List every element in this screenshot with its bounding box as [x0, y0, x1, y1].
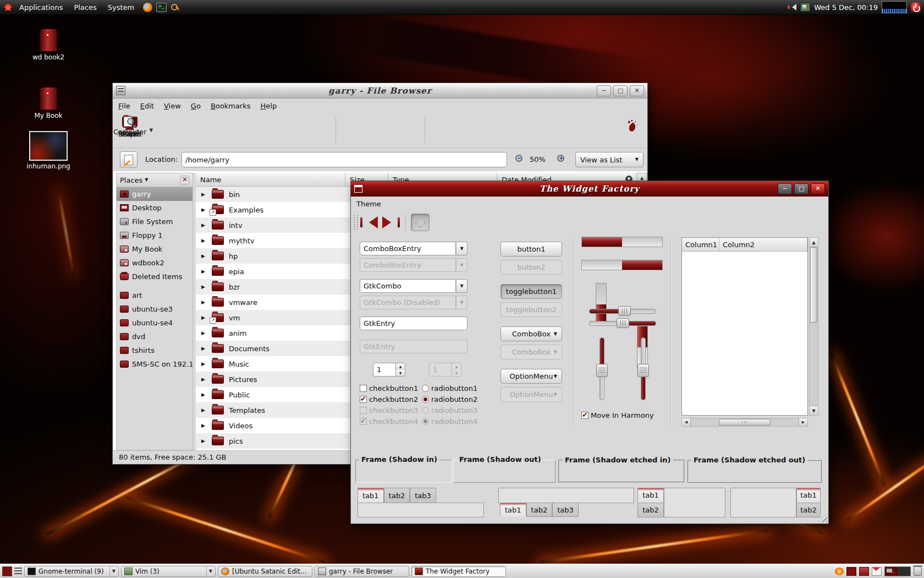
checkbox[interactable]	[360, 385, 367, 392]
taskbar-group-dropdown-icon[interactable]: ▼	[206, 566, 212, 576]
notebook-tab[interactable]: tab1	[637, 488, 664, 503]
maximize-button[interactable]: □	[613, 85, 628, 96]
sidebar-place-item[interactable]: ubuntu-se4	[117, 316, 193, 330]
minimize-button[interactable]: −	[597, 85, 611, 96]
tree-column-header-1[interactable]: Column1	[682, 238, 719, 251]
expander-icon[interactable]: ▶	[201, 269, 207, 274]
tree-horizontal-scrollbar[interactable]: ◀ ▶	[681, 418, 808, 427]
notebook-tab[interactable]: tab2	[526, 503, 553, 517]
system-monitor-applet[interactable]	[882, 1, 907, 13]
menubar-item[interactable]: Bookmarks	[206, 102, 256, 110]
sidebar-place-item[interactable]: Desktop	[117, 201, 193, 215]
menubar-item-theme[interactable]: Theme	[351, 200, 386, 208]
radio-button[interactable]	[422, 396, 429, 403]
desktop-icon-inhuman-png[interactable]: inhuman.png	[25, 131, 72, 170]
gtk-button[interactable]: ComboBox ▼	[501, 345, 562, 359]
combo-entry-text[interactable]: ComboBoxEntry	[360, 242, 456, 255]
trash-icon[interactable]	[914, 566, 922, 576]
toolbar-dropdown-arrow[interactable]: ▼	[150, 128, 153, 133]
toolbar-button[interactable]: Search	[113, 116, 146, 145]
mail-notification-icon[interactable]	[872, 567, 882, 576]
notebook-tab[interactable]: tab3	[410, 488, 436, 503]
scroll-right-icon[interactable]: ▶	[799, 418, 807, 426]
desktop-icon-mybook[interactable]: My Book	[25, 87, 72, 119]
notes-sidebar-button[interactable]	[120, 151, 138, 168]
sidebar-place-item[interactable]: garry	[117, 187, 193, 201]
sidebar-place-item[interactable]: File System	[117, 215, 193, 228]
file-browser-titlebar[interactable]: garry - File Browser − □ ✕	[113, 83, 647, 99]
radio-button[interactable]	[422, 385, 429, 392]
expander-icon[interactable]: ▶	[201, 238, 207, 243]
expander-icon[interactable]: ▶	[201, 315, 207, 320]
sidebar-place-item[interactable]: wdbook2	[117, 256, 193, 270]
sidebar-place-item[interactable]: tshirts	[117, 343, 193, 357]
notification-update-icon[interactable]	[835, 568, 844, 575]
checkbox[interactable]	[581, 412, 588, 419]
workspace-switcher[interactable]	[884, 566, 911, 576]
menu-places[interactable]: Places	[68, 3, 102, 12]
combo-entry-text[interactable]: GtkCombo	[360, 279, 456, 293]
notebook-tab[interactable]: tab3	[552, 503, 579, 517]
notebook-tab[interactable]: tab1	[358, 488, 384, 503]
menubar-item[interactable]: Go	[186, 102, 206, 110]
clock[interactable]: Wed 5 Dec, 00:19	[814, 3, 878, 12]
notebook-tab[interactable]: tab1	[796, 488, 821, 503]
toolbar-drag-handle[interactable]	[354, 215, 358, 230]
expander-icon[interactable]: ▶	[201, 377, 207, 382]
notification-package-icon[interactable]	[859, 567, 869, 576]
gtk-button[interactable]: button2	[501, 260, 562, 275]
checkbox[interactable]	[360, 396, 367, 403]
taskbar-group-dropdown-icon[interactable]: ▼	[109, 566, 116, 576]
gtk-button[interactable]: ComboBox ▼	[501, 326, 562, 341]
notebook-tab[interactable]: tab2	[796, 503, 821, 517]
taskbar-window-button[interactable]: [Ubuntu Satanic Edit...	[218, 566, 312, 577]
chevron-down-icon[interactable]: ▼	[456, 279, 468, 293]
notebook-tab[interactable]: tab2	[384, 488, 410, 503]
expander-icon[interactable]: ▶	[201, 253, 207, 259]
scrollbar-thumb[interactable]	[810, 247, 817, 323]
places-header[interactable]: Places ▼ ✕	[117, 173, 193, 187]
expander-icon[interactable]: ▶	[201, 423, 207, 428]
taskbar-window-button[interactable]: garry - File Browser	[315, 566, 409, 577]
expander-icon[interactable]: ▶	[201, 299, 207, 305]
menu-applications[interactable]: Applications	[14, 3, 68, 12]
show-desktop-icon[interactable]	[2, 566, 12, 576]
taskbar-window-button[interactable]: Vim (3) ▼	[121, 566, 216, 577]
gtk-entry[interactable]: GtkEntry	[360, 317, 468, 330]
expander-icon[interactable]: ▶	[201, 361, 207, 367]
chevron-down-icon[interactable]: ▼	[456, 242, 468, 255]
go-first-icon[interactable]	[360, 216, 378, 229]
workspace-1[interactable]	[885, 567, 898, 576]
menubar-item[interactable]: File	[113, 102, 135, 110]
menu-system[interactable]: System	[102, 3, 140, 12]
gtk-button[interactable]: button1	[501, 242, 562, 257]
sidebar-place-item[interactable]: dvd	[117, 330, 193, 343]
expander-icon[interactable]: ▶	[201, 192, 207, 197]
sidebar-place-item[interactable]: art	[117, 288, 193, 302]
expander-icon[interactable]: ▶	[201, 392, 207, 397]
desktop-icon-wdbook2[interactable]: wd book2	[25, 29, 72, 61]
plus-toolbar-button[interactable]	[411, 214, 430, 231]
scrollbar-thumb[interactable]	[719, 419, 771, 426]
expander-icon[interactable]: ▶	[201, 330, 207, 336]
zoom-in-icon[interactable]	[557, 154, 565, 162]
close-sidebar-icon[interactable]: ✕	[180, 176, 189, 184]
spin-value[interactable]: 1	[373, 363, 396, 377]
location-input[interactable]: /home/garry	[182, 152, 507, 167]
widget-factory-titlebar[interactable]: The Widget Factory − □ ✕	[351, 181, 828, 197]
close-button[interactable]: ✕	[811, 183, 825, 194]
expander-icon[interactable]: ▶	[201, 346, 207, 351]
zoom-out-icon[interactable]	[515, 154, 523, 162]
firefox-launcher-icon[interactable]	[143, 3, 152, 12]
gtk-button[interactable]: OptionMenu ▼	[501, 387, 562, 402]
sidebar-place-item[interactable]: Floppy 1	[117, 228, 193, 242]
power-icon[interactable]	[911, 2, 921, 12]
radio-button[interactable]	[422, 407, 429, 414]
spin-button[interactable]: 1 ▲▼	[373, 363, 405, 377]
keyring-launcher-icon[interactable]	[170, 3, 179, 12]
menubar-item[interactable]: Edit	[135, 102, 159, 110]
scroll-left-icon[interactable]: ◀	[682, 418, 691, 426]
gtk-button[interactable]: OptionMenu ▼	[501, 369, 562, 384]
column-header-name[interactable]: Name	[196, 173, 345, 186]
expander-icon[interactable]: ▶	[201, 438, 207, 444]
